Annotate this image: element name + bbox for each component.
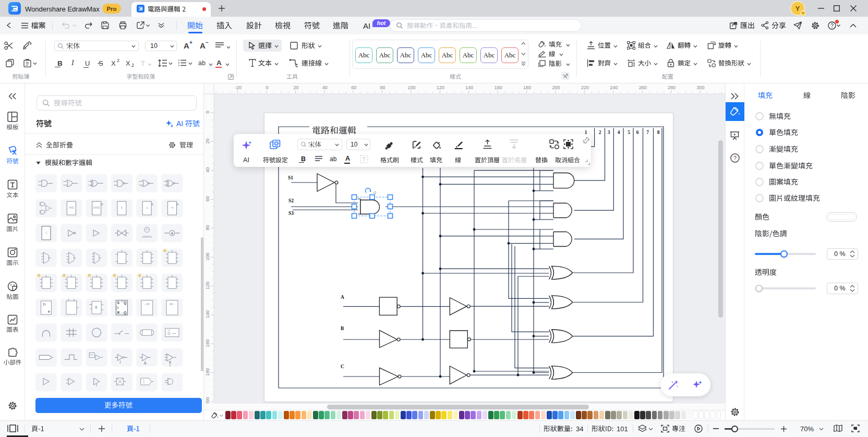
svg-text:ENB: ENB [90, 354, 93, 356]
svg-text:R: R [117, 311, 119, 314]
svg-text:CLR: CLR [120, 312, 124, 314]
svg-text:D: D [49, 310, 50, 313]
svg-text:Q: Q [124, 301, 126, 305]
svg-text:≥1: ≥1 [146, 207, 149, 209]
svg-text:a: a [172, 232, 173, 235]
svg-text:∩/#: ∩/# [144, 302, 150, 306]
svg-text:?: ? [830, 23, 834, 29]
svg-text:S: S [117, 301, 119, 305]
svg-text:G: G [373, 191, 376, 195]
svg-text:AND: AND [69, 207, 74, 209]
svg-text:33MHz: 33MHz [142, 235, 152, 238]
svg-text:?: ? [733, 155, 737, 161]
svg-text:NAND: NAND [93, 207, 101, 209]
svg-text:SET: SET [120, 301, 124, 303]
svg-text:=1: =1 [171, 207, 174, 209]
svg-text:&: & [121, 207, 123, 209]
svg-text:-1: -1 [45, 232, 47, 234]
svg-text:#/∩: #/∩ [170, 302, 174, 306]
